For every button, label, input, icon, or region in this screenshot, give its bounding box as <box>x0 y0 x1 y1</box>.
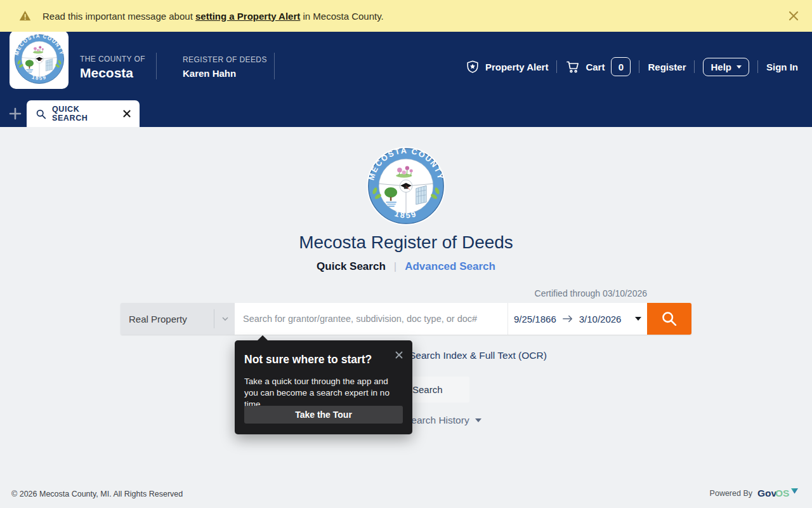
tab-quick-search[interactable]: QUICK SEARCH <box>27 100 140 127</box>
select-divider <box>214 309 214 328</box>
property-alert-button[interactable]: Property Alert <box>466 60 548 74</box>
links-divider: | <box>394 260 396 273</box>
search-type-select[interactable]: Real Property <box>121 303 235 335</box>
search-icon <box>660 310 678 328</box>
caret-down-icon <box>635 317 641 321</box>
chevron-down-icon <box>220 314 230 326</box>
county-logo[interactable] <box>10 30 69 89</box>
tour-popup-close-icon[interactable] <box>395 350 404 359</box>
caret-down-icon <box>475 418 481 422</box>
alert-banner-message: Read this important message about settin… <box>43 11 384 22</box>
register-label: Register <box>648 62 686 72</box>
tab-close-icon[interactable] <box>122 109 131 118</box>
ocr-option-label[interactable]: Search Index & Full Text (OCR) <box>409 350 547 361</box>
tab-strip: QUICK SEARCH <box>0 100 812 127</box>
sign-in-button[interactable]: Sign In <box>766 62 798 72</box>
copyright-text: © 2026 Mecosta County, MI. All Rights Re… <box>11 490 183 498</box>
cart-button[interactable]: Cart 0 <box>565 57 631 76</box>
powered-by: Powered By Gov OS <box>710 487 799 500</box>
govos-logo[interactable]: Gov OS <box>757 487 799 500</box>
shield-star-icon <box>466 60 480 74</box>
nav-divider <box>639 60 639 73</box>
powered-by-label: Powered By <box>710 489 752 498</box>
nav-divider <box>556 60 557 73</box>
search-mode-links: Quick Search | Advanced Search <box>0 260 812 273</box>
certified-through-label: Certified through 03/10/2026 <box>535 288 647 298</box>
govos-logo-triangle <box>791 488 798 494</box>
search-input[interactable] <box>235 303 508 335</box>
sign-in-label: Sign In <box>766 62 798 72</box>
govos-logo-gov: Gov <box>757 488 777 498</box>
arrow-right-icon <box>562 314 573 323</box>
cart-count-badge: 0 <box>611 57 631 76</box>
quick-search-link[interactable]: Quick Search <box>317 260 386 273</box>
date-to-value: 3/10/2026 <box>579 314 622 324</box>
date-range-picker[interactable]: 9/25/1866 3/10/2026 <box>508 303 647 335</box>
county-seal-large <box>366 146 446 226</box>
page-title: Mecosta Register of Deeds <box>0 232 812 253</box>
property-alert-link[interactable]: setting a Property Alert <box>195 11 300 22</box>
dept-name: Karen Hahn <box>183 68 236 79</box>
search-icon <box>36 109 46 119</box>
search-history-label: Search History <box>405 415 469 426</box>
warning-icon <box>19 10 31 22</box>
dept-label: REGISTER OF DEEDS <box>183 55 267 64</box>
tour-popup-title: Not sure where to start? <box>244 353 372 366</box>
alert-message-suffix: in Mecosta County. <box>303 11 383 22</box>
chevron-down-icon <box>737 65 742 69</box>
help-label: Help <box>710 62 731 72</box>
search-history-toggle[interactable]: Search History <box>405 415 481 426</box>
govos-logo-os: OS <box>775 488 789 498</box>
alert-banner: Read this important message about settin… <box>0 0 812 32</box>
date-from-value: 9/25/1866 <box>514 314 556 324</box>
search-button-label: Search <box>412 384 443 395</box>
banner-close-icon[interactable] <box>787 9 801 23</box>
take-the-tour-button[interactable]: Take the Tour <box>244 406 403 424</box>
new-tab-button[interactable] <box>8 107 22 121</box>
search-type-value: Real Property <box>129 314 187 324</box>
county-seal-small <box>13 33 65 85</box>
tour-popup: Not sure where to start? Take a quick to… <box>235 340 412 434</box>
cart-icon <box>565 59 580 74</box>
cart-label: Cart <box>586 62 605 72</box>
county-label: THE COUNTY OF <box>80 55 145 64</box>
nav-divider <box>757 60 758 73</box>
header-divider <box>156 53 157 79</box>
search-submit-button[interactable] <box>647 303 691 335</box>
register-button[interactable]: Register <box>648 62 686 72</box>
quick-search-bar: Real Property 9/25/1866 3/10/2026 <box>121 303 691 335</box>
header-nav: Property Alert Cart 0 Register Help Sign… <box>466 56 798 77</box>
county-name: Mecosta <box>80 65 133 81</box>
advanced-search-link[interactable]: Advanced Search <box>405 260 495 273</box>
header-divider <box>274 53 275 79</box>
tab-label: QUICK SEARCH <box>52 105 111 123</box>
help-dropdown[interactable]: Help <box>703 58 749 76</box>
alert-message-prefix: Read this important message about <box>43 11 193 22</box>
property-alert-label: Property Alert <box>485 62 548 72</box>
nav-divider <box>694 60 695 73</box>
main-header: THE COUNTY OF Mecosta REGISTER OF DEEDS … <box>0 32 812 100</box>
